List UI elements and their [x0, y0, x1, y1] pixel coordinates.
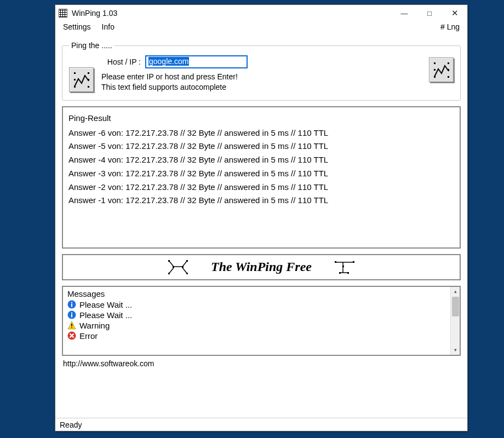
message-row[interactable]: Error [63, 331, 460, 341]
host-hint-line1: Please enter IP or host and press Enter! [101, 72, 421, 82]
ping-result-title: Ping-Result [68, 112, 454, 125]
message-text: Please Wait ... [79, 310, 132, 320]
host-hint-line2: This text field supports autocomplete [101, 82, 421, 93]
svg-rect-6 [434, 62, 436, 64]
titlebar: WinPing 1.03 — □ ✕ [55, 5, 467, 21]
ping-group-legend: Ping the ..... [69, 41, 114, 50]
ping-result-row: Answer -3 von: 172.217.23.78 // 32 Byte … [68, 167, 454, 181]
host-label: Host / IP : [101, 57, 141, 66]
scroll-down-button[interactable]: ▾ [451, 345, 460, 355]
statusbar: Ready [55, 418, 467, 431]
messages-panel: Messages Please Wait ... Please Wait ...… [62, 286, 461, 356]
info-icon [67, 310, 76, 319]
ping-result-row: Answer -5 von: 172.217.23.78 // 32 Byte … [68, 140, 454, 153]
message-row[interactable]: Warning [63, 320, 460, 331]
svg-line-20 [169, 268, 174, 273]
app-window: WinPing 1.03 — □ ✕ Settings Info # Lng P… [55, 4, 468, 431]
svg-rect-40 [71, 324, 72, 326]
window-title: WinPing 1.03 [72, 9, 117, 18]
maximize-button[interactable]: □ [417, 5, 442, 21]
close-button[interactable]: ✕ [442, 5, 467, 21]
message-row[interactable]: Please Wait ... [63, 299, 460, 310]
banner[interactable]: The WinPing Free [62, 254, 461, 280]
message-text: Error [79, 331, 98, 341]
banner-text: The WinPing Free [211, 260, 312, 274]
svg-line-21 [182, 268, 187, 273]
svg-rect-0 [74, 72, 76, 74]
warning-icon [67, 321, 76, 330]
svg-rect-37 [71, 314, 72, 318]
svg-rect-34 [71, 304, 72, 307]
svg-rect-9 [448, 62, 449, 64]
ping-result-row: Answer -2 von: 172.217.23.78 // 32 Byte … [68, 181, 454, 194]
svg-rect-35 [71, 302, 72, 303]
ping-result-row: Answer -6 von: 172.217.23.78 // 32 Byte … [68, 126, 454, 140]
message-text: Please Wait ... [79, 300, 132, 309]
menu-language[interactable]: # Lng [435, 21, 465, 34]
menubar: Settings Info # Lng [55, 21, 467, 34]
host-input[interactable] [145, 55, 248, 68]
svg-line-19 [182, 261, 187, 267]
messages-scrollbar[interactable]: ▴ ▾ [450, 287, 460, 355]
menu-info[interactable]: Info [96, 21, 120, 34]
ping-groupbox: Ping the ..... Host / IP : google.com [62, 41, 461, 101]
svg-rect-7 [434, 69, 436, 71]
info-icon [67, 300, 76, 309]
message-row[interactable]: Please Wait ... [63, 310, 460, 320]
start-ping-button-left[interactable] [69, 67, 94, 92]
svg-rect-41 [71, 327, 72, 328]
start-ping-button-right[interactable] [429, 57, 454, 82]
statusbar-text: Ready [60, 420, 82, 429]
chart-line-icon [73, 71, 90, 89]
svg-line-18 [169, 261, 174, 267]
message-text: Warning [79, 321, 110, 330]
app-icon [59, 9, 67, 18]
messages-title: Messages [63, 287, 460, 299]
svg-rect-11 [448, 76, 449, 78]
chart-line-icon [433, 61, 450, 79]
scroll-thumb[interactable] [452, 297, 459, 316]
network-icon [167, 259, 189, 275]
tree-icon [334, 259, 356, 275]
error-icon [67, 331, 76, 340]
svg-rect-1 [74, 79, 76, 80]
ping-result-panel: Ping-Result Answer -6 von: 172.217.23.78… [62, 106, 461, 249]
scroll-up-button[interactable]: ▴ [451, 287, 460, 296]
ping-result-row: Answer -4 von: 172.217.23.78 // 32 Byte … [68, 153, 454, 167]
menu-settings[interactable]: Settings [58, 21, 96, 34]
svg-rect-38 [71, 313, 72, 314]
svg-rect-5 [88, 86, 89, 88]
minimize-button[interactable]: — [392, 5, 417, 21]
svg-rect-3 [88, 72, 89, 74]
footer-link[interactable]: http://www.softwareok.com [62, 356, 461, 369]
ping-result-row: Answer -1 von: 172.217.23.78 // 32 Byte … [68, 194, 454, 208]
